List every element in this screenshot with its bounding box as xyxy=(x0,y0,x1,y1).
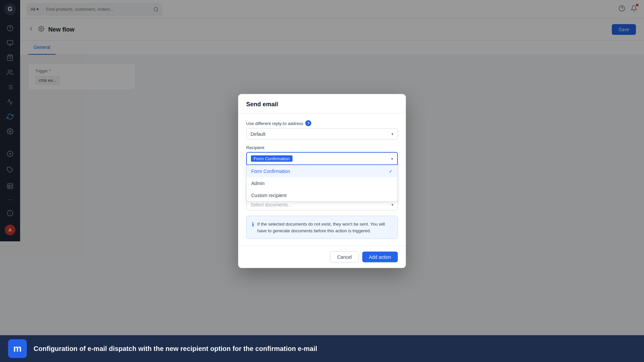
chevron-down-icon-2: ▾ xyxy=(391,156,393,161)
documents-placeholder: Select documents... xyxy=(251,202,292,207)
recipient-label: Recipient xyxy=(246,145,398,150)
recipient-option-admin[interactable]: Admin xyxy=(247,177,397,189)
modal-header: Send email xyxy=(238,94,406,114)
info-circle-icon: ℹ xyxy=(252,221,254,228)
modal-body: Use different reply-to address ? Default… xyxy=(238,114,406,246)
recipient-dropdown: Form Confirmation ✓ Admin Custom recipie… xyxy=(246,165,398,202)
chevron-down-icon: ▾ xyxy=(391,132,393,136)
modal-title: Send email xyxy=(246,101,398,108)
recipient-option-custom[interactable]: Custom recipient xyxy=(247,189,397,201)
bottom-bar: m Configuration of e-mail dispatch with … xyxy=(0,335,644,362)
recipient-option-form-confirmation[interactable]: Form Confirmation ✓ xyxy=(247,165,397,177)
send-email-modal: Send email Use different reply-to addres… xyxy=(238,94,406,268)
reply-to-select[interactable]: Default ▾ xyxy=(246,128,398,140)
recipient-field-group: Recipient Form Confirmation ▾ Form Confi… xyxy=(246,145,398,165)
add-action-button[interactable]: Add action xyxy=(362,252,398,262)
reply-to-info-icon[interactable]: ? xyxy=(305,120,311,126)
chevron-down-icon-3: ▾ xyxy=(391,202,393,207)
info-box: ℹ If the selected documents do not exist… xyxy=(246,216,398,239)
bottom-bar-text-content: Configuration of e-mail dispatch with th… xyxy=(34,345,317,352)
modal-footer: Cancel Add action xyxy=(238,246,406,268)
bottom-logo: m xyxy=(8,339,27,358)
reply-to-value: Default xyxy=(251,131,265,137)
check-icon: ✓ xyxy=(389,169,393,174)
recipient-select[interactable]: Form Confirmation ▾ xyxy=(246,152,398,165)
recipient-wrapper: Form Confirmation ▾ Form Confirmation ✓ … xyxy=(246,152,398,165)
dropdown-item-label: Form Confirmation xyxy=(251,169,290,174)
reply-to-field-group: Use different reply-to address ? Default… xyxy=(246,120,398,140)
bottom-bar-text: Configuration of e-mail dispatch with th… xyxy=(34,345,317,353)
cancel-button[interactable]: Cancel xyxy=(330,251,359,263)
info-box-text: If the selected documents do not exist, … xyxy=(257,221,392,234)
reply-to-label: Use different reply-to address ? xyxy=(246,120,398,126)
dropdown-item-label-2: Admin xyxy=(251,181,265,186)
dropdown-item-label-3: Custom recipient xyxy=(251,193,286,198)
recipient-selected-value: Form Confirmation xyxy=(251,156,292,162)
